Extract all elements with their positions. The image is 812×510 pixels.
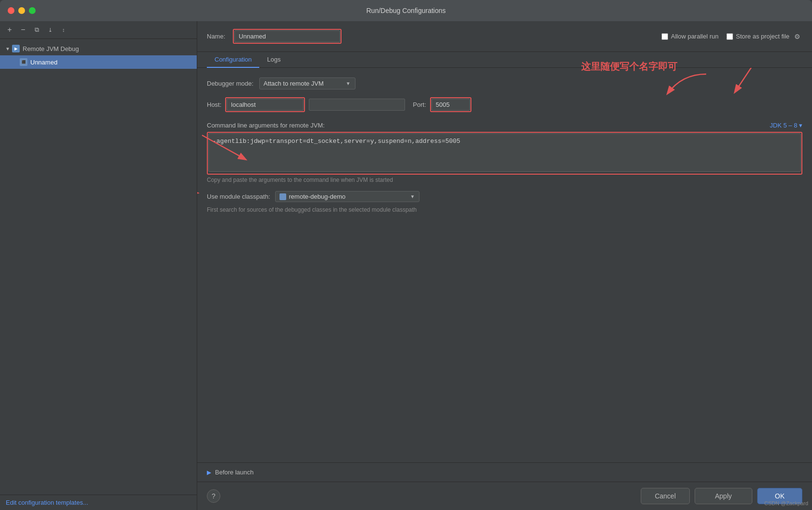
help-button[interactable]: ?	[207, 489, 220, 503]
cmdline-header: Command line arguments for remote JVM: J…	[207, 122, 802, 129]
edit-templates-link[interactable]: Edit configuration templates...	[6, 499, 88, 506]
unnamed-config-icon: ⬛	[19, 58, 28, 66]
store-project-checkbox[interactable]	[726, 33, 733, 40]
cmdline-textarea[interactable]: -agentlib:jdwp=transport=dt_socket,serve…	[208, 133, 801, 172]
minimize-button[interactable]	[18, 7, 25, 14]
run-debug-dialog: Run/Debug Configurations + − ⧉ ⤓ ↕	[0, 0, 812, 510]
module-classpath-select[interactable]: remote-debug-demo	[289, 193, 407, 200]
debugger-mode-select[interactable]: Attach to remote JVM Listen to remote JV…	[259, 77, 355, 89]
right-panel: Name: Allow parallel run Store as projec…	[197, 21, 812, 510]
host-wrapper: Host:	[207, 97, 405, 112]
port-wrapper: Port:	[413, 97, 471, 112]
tree-area: ▼ ▶ Remote JVM Debug ⬛ Unnamed	[0, 39, 197, 495]
sidebar-toolbar: + − ⧉ ⤓ ↕	[0, 21, 197, 39]
host-input[interactable]	[227, 99, 304, 111]
dialog-title: Run/Debug Configurations	[367, 7, 446, 14]
before-launch-arrow-icon[interactable]: ▶	[207, 469, 211, 476]
remote-jvm-group: ▼ ▶ Remote JVM Debug ⬛ Unnamed	[0, 41, 197, 70]
debugger-mode-label: Debugger mode:	[207, 80, 254, 87]
title-bar: Run/Debug Configurations	[0, 0, 812, 21]
module-classpath-hint: First search for sources of the debugged…	[207, 206, 802, 214]
module-icon	[279, 193, 286, 200]
apply-button[interactable]: Apply	[695, 488, 752, 504]
cmdline-copy-hint: Copy and paste the arguments to the comm…	[207, 177, 802, 183]
tab-logs[interactable]: Logs	[259, 52, 288, 68]
remote-jvm-icon: ▶	[12, 44, 20, 53]
allow-parallel-row: Allow parallel run	[661, 33, 719, 40]
traffic-lights	[8, 7, 36, 14]
before-launch-label: Before launch	[215, 469, 254, 476]
host-input-secondary[interactable]	[309, 99, 405, 111]
port-label: Port:	[413, 101, 426, 108]
allow-parallel-label: Allow parallel run	[671, 33, 719, 40]
unnamed-config-item[interactable]: ⬛ Unnamed	[0, 55, 197, 69]
name-input[interactable]	[234, 30, 340, 42]
tab-configuration[interactable]: Configuration	[207, 52, 259, 68]
remote-jvm-group-item[interactable]: ▼ ▶ Remote JVM Debug	[0, 42, 197, 55]
close-button[interactable]	[8, 7, 14, 14]
cmdline-box: -agentlib:jdwp=transport=dt_socket,serve…	[207, 132, 802, 175]
allow-parallel-checkbox[interactable]	[661, 33, 668, 40]
unnamed-config-label: Unnamed	[30, 59, 57, 66]
name-label: Name:	[207, 33, 225, 40]
module-select-arrow-icon: ▼	[410, 194, 415, 199]
tabs-bar: Configuration Logs	[197, 52, 812, 68]
watermark: CSDN @Zackpard	[764, 500, 808, 506]
module-classpath-row: Use module classpath: remote-debug-demo …	[207, 191, 802, 202]
debugger-mode-row: Debugger mode: Attach to remote JVM List…	[207, 77, 802, 89]
config-body: Debugger mode: Attach to remote JVM List…	[197, 68, 812, 462]
sort-config-button[interactable]: ↕	[58, 24, 69, 36]
name-input-wrapper	[233, 29, 342, 44]
cmdline-label: Command line arguments for remote JVM:	[207, 122, 325, 129]
sidebar-footer: Edit configuration templates...	[0, 495, 197, 510]
port-input-box	[430, 97, 471, 112]
copy-config-button[interactable]: ⧉	[31, 24, 42, 36]
module-select-wrapper: remote-debug-demo ▼	[275, 191, 419, 202]
debugger-mode-select-wrapper: Attach to remote JVM Listen to remote JV…	[259, 77, 351, 89]
jdk-version-link[interactable]: JDK 5 – 8 ▾	[770, 122, 802, 129]
remote-jvm-group-label: Remote JVM Debug	[23, 45, 79, 52]
cmdline-section: Command line arguments for remote JVM: J…	[207, 122, 802, 183]
maximize-button[interactable]	[29, 7, 36, 14]
store-project-row: Store as project file ⚙	[726, 33, 802, 40]
store-project-gear-button[interactable]: ⚙	[792, 33, 802, 40]
config-header: Name: Allow parallel run Store as projec…	[197, 21, 812, 52]
add-config-button[interactable]: +	[4, 24, 15, 36]
host-port-row: Host: Port:	[207, 97, 802, 112]
before-launch-section: ▶ Before launch	[197, 462, 812, 482]
cancel-button[interactable]: Cancel	[641, 488, 690, 504]
bottom-bar: ? Cancel Apply OK	[197, 482, 812, 510]
main-content: + − ⧉ ⤓ ↕ ▼	[0, 21, 812, 510]
module-classpath-label: Use module classpath:	[207, 193, 270, 200]
name-row: Name: Allow parallel run Store as projec…	[207, 29, 802, 44]
remove-config-button[interactable]: −	[17, 24, 29, 36]
expand-arrow-icon: ▼	[4, 45, 12, 52]
store-project-label: Store as project file	[736, 33, 789, 40]
port-input[interactable]	[431, 99, 470, 111]
host-label: Host:	[207, 101, 221, 108]
host-input-box	[225, 97, 305, 112]
sidebar: + − ⧉ ⤓ ↕ ▼	[0, 21, 197, 510]
move-config-button[interactable]: ⤓	[44, 24, 56, 36]
